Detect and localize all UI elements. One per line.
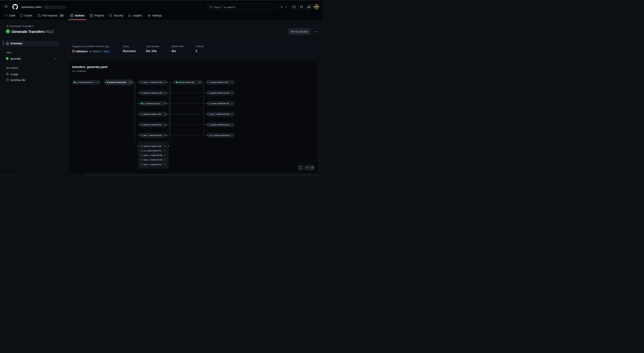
svg-text:gene… / Compile Python SDK: gene… / Compile Python SDK bbox=[144, 134, 162, 136]
svg-text:generate / Publish C# SDK: generate / Publish C# SDK bbox=[211, 81, 228, 83]
svg-text:0s: 0s bbox=[164, 150, 166, 152]
svg-text:genera… / Compile Swift SDK: genera… / Compile Swift SDK bbox=[144, 154, 162, 156]
svg-text:g…/ Compile Terraform Pro…: g…/ Compile Terraform Pro… bbox=[144, 150, 162, 152]
svg-text:0s: 0s bbox=[164, 113, 166, 115]
svg-text:0s: 0s bbox=[164, 145, 166, 147]
svg-text:0s: 0s bbox=[164, 92, 166, 94]
svg-text:generate / Finalize SDK: generate / Finalize SDK bbox=[178, 81, 194, 83]
svg-text:generate / Compile Java SDK: generate / Compile Java SDK bbox=[144, 92, 162, 94]
svg-text:15s: 15s bbox=[198, 82, 200, 83]
svg-text:generate / Compile C# SDK: generate / Compile C# SDK bbox=[144, 113, 161, 115]
svg-text:0s: 0s bbox=[231, 103, 233, 104]
svg-text:genera… / Compile Ruby SDK: genera… / Compile Ruby SDK bbox=[144, 81, 162, 83]
svg-text:0s: 0s bbox=[164, 164, 166, 165]
svg-text:generate / Compile PHP SDK: generate / Compile PHP SDK bbox=[144, 124, 162, 126]
svg-text:0s: 0s bbox=[164, 154, 166, 156]
svg-text:genera… / Compile Unity SDK: genera… / Compile Unity SDK bbox=[144, 159, 162, 161]
svg-text:0s: 0s bbox=[231, 124, 233, 126]
svg-text:ge…/ Publish Typescript SDK: ge…/ Publish Typescript SDK bbox=[211, 134, 230, 136]
svg-text:gener… / Publish Python SDK: gener… / Publish Python SDK bbox=[211, 113, 230, 115]
svg-text:0s: 0s bbox=[231, 134, 233, 136]
svg-text:generate / Publish Ruby SDK: generate / Publish Ruby SDK bbox=[211, 124, 230, 126]
svg-text:0s: 0s bbox=[231, 92, 233, 94]
svg-text:generate / Compile Go SDK: generate / Compile Go SDK bbox=[144, 145, 162, 147]
svg-text:44s: 44s bbox=[163, 103, 166, 104]
svg-text:27s: 27s bbox=[128, 82, 131, 83]
svg-text:0s: 0s bbox=[164, 159, 166, 161]
svg-text:0s: 0s bbox=[164, 134, 166, 136]
svg-text:genera… / Compile SDK Docs: genera… / Compile SDK Docs bbox=[144, 164, 162, 166]
svg-text:g…/ Compile Typescript S…: g…/ Compile Typescript S… bbox=[144, 102, 162, 104]
svg-text:0s: 0s bbox=[231, 113, 233, 115]
svg-text:0s: 0s bbox=[164, 82, 166, 83]
svg-text:generate / Publish PHP SDK: generate / Publish PHP SDK bbox=[211, 102, 229, 104]
svg-text:0s: 0s bbox=[164, 124, 166, 126]
svg-text:g…/ Validate OpenAPI Doc…: g…/ Validate OpenAPI Doc… bbox=[76, 81, 94, 83]
svg-text:0s: 0s bbox=[231, 82, 233, 83]
svg-text:17s: 17s bbox=[96, 82, 98, 83]
svg-text:generate / Publish Java SDK: generate / Publish Java SDK bbox=[211, 92, 230, 94]
svg-text:generate / Generate SDK: generate / Generate SDK bbox=[109, 81, 126, 83]
